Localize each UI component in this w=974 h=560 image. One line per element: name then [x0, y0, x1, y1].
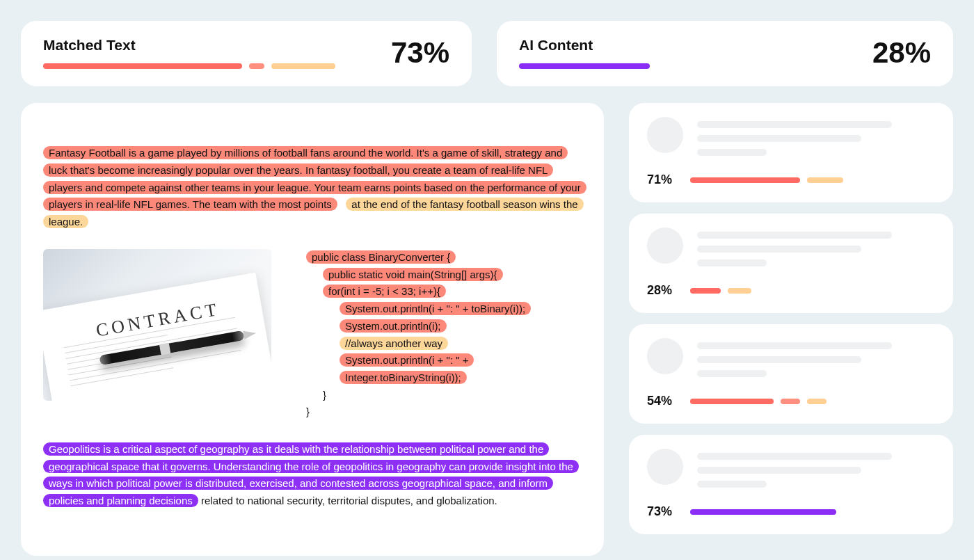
match-bar — [690, 177, 935, 183]
match-pct: 73% — [647, 504, 678, 519]
matched-text-label: Matched Text — [43, 37, 335, 54]
document-panel: Fantasy Football is a game played by mil… — [21, 103, 604, 556]
contract-image: CONTRACT — [43, 249, 271, 401]
highlight-matched[interactable]: public class BinaryConverter { — [306, 250, 456, 264]
highlight-matched[interactable]: System.out.println(i); — [340, 319, 447, 333]
match-card[interactable]: 28% — [629, 214, 953, 313]
match-pct: 28% — [647, 283, 678, 298]
summary-row: Matched Text 73% AI Content 28% — [21, 21, 953, 86]
match-pct: 71% — [647, 173, 678, 187]
plain-text: related to national security, territoria… — [198, 495, 497, 506]
match-bar — [690, 399, 935, 404]
matched-text-card[interactable]: Matched Text 73% — [21, 21, 472, 86]
avatar — [647, 338, 683, 374]
paragraph-2: Geopolitics is a critical aspect of geog… — [43, 441, 582, 510]
ai-pct: 28% — [872, 36, 931, 70]
highlight-partial[interactable]: //always another way — [340, 337, 448, 350]
paragraph-1: Fantasy Football is a game played by mil… — [43, 145, 582, 231]
ai-bar — [519, 63, 650, 69]
match-card[interactable]: 71% — [629, 103, 953, 202]
match-pct: 54% — [647, 394, 678, 408]
avatar — [647, 117, 683, 153]
main-row: Fantasy Football is a game played by mil… — [21, 103, 953, 556]
avatar — [647, 449, 683, 485]
highlight-matched[interactable]: System.out.println(i + ": " + Integer.to… — [340, 353, 474, 384]
highlight-matched[interactable]: System.out.println(i + ": " + toBinary(i… — [340, 302, 531, 315]
image-and-code: CONTRACT public class BinaryConverter { … — [43, 249, 582, 420]
matches-column: 71%28%54%73% — [629, 103, 953, 556]
matched-pct: 73% — [391, 36, 449, 70]
matched-bar — [43, 63, 335, 69]
code-block: public class BinaryConverter { public st… — [306, 249, 582, 420]
match-card[interactable]: 73% — [629, 435, 953, 534]
highlight-matched[interactable]: for(int i = -5; i < 33; i++){ — [323, 285, 446, 298]
ai-content-label: AI Content — [519, 37, 650, 54]
match-card[interactable]: 54% — [629, 324, 953, 424]
match-bar — [690, 288, 935, 294]
match-bar — [690, 509, 935, 515]
highlight-matched[interactable]: public static void main(String[] args){ — [323, 268, 503, 281]
avatar — [647, 227, 683, 264]
ai-content-card[interactable]: AI Content 28% — [497, 21, 953, 86]
